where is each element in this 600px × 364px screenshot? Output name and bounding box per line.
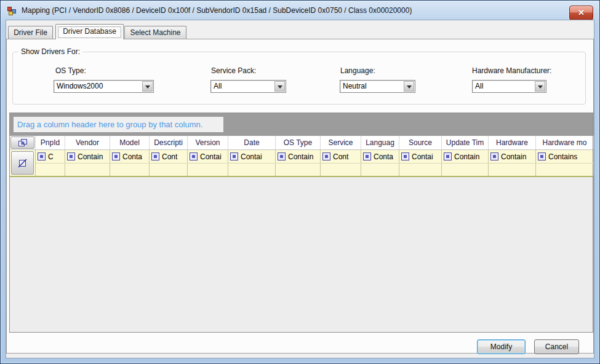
- os-type-label: OS Type:: [55, 66, 154, 76]
- column-header-version[interactable]: Version: [188, 136, 228, 149]
- empty-cell-descripti: [150, 164, 188, 176]
- filter-cell-hardware-mo[interactable]: Contains: [536, 150, 594, 163]
- column-header-pnpid[interactable]: PnpId: [36, 136, 65, 149]
- service-pack-combobox[interactable]: All: [210, 80, 286, 93]
- filter-condition-icon[interactable]: [401, 152, 409, 160]
- field-language: Language: Neutral: [340, 66, 415, 93]
- group-by-panel[interactable]: Drag a column header here to group by th…: [10, 113, 593, 136]
- language-value: Neutral: [343, 82, 367, 90]
- hardware-manufacturer-label: Hardware Manufacturer:: [472, 66, 551, 76]
- column-header-service[interactable]: Service: [321, 136, 361, 149]
- filter-value: Contain: [78, 152, 103, 161]
- close-button[interactable]: ✕: [569, 6, 593, 20]
- filter-condition-icon[interactable]: [230, 152, 238, 160]
- language-combobox[interactable]: Neutral: [340, 80, 415, 93]
- filter-condition-icon[interactable]: [190, 152, 198, 160]
- empty-cell-service: [321, 164, 361, 176]
- tab-label: Driver File: [14, 28, 47, 37]
- drivers-grid: Drag a column header here to group by th…: [9, 113, 593, 333]
- window-title: Mapping (PCI / VendorID 0x8086 / DeviceI…: [22, 6, 412, 15]
- filter-cell-hardware[interactable]: Contain: [489, 150, 536, 163]
- empty-cell-model: [110, 164, 150, 176]
- filter-value: Contains: [548, 152, 577, 161]
- filter-value: Cont: [162, 152, 177, 161]
- column-header-update-tim[interactable]: Update Tim: [442, 136, 489, 149]
- app-icon-red-square: [7, 7, 12, 11]
- empty-cell-os-type: [276, 164, 321, 176]
- filter-cell-model[interactable]: Conta: [110, 150, 150, 163]
- filter-cell-source[interactable]: Contai: [399, 150, 442, 163]
- empty-cell-pnpid: [36, 164, 65, 176]
- filter-cell-vendor[interactable]: Contain: [65, 150, 110, 163]
- column-header-hardware-mo[interactable]: Hardware mo: [536, 136, 594, 149]
- column-header-vendor[interactable]: Vendor: [65, 136, 110, 149]
- filter-value: Conta: [374, 152, 393, 161]
- filter-condition-icon[interactable]: [322, 152, 330, 160]
- filter-condition-icon[interactable]: [363, 152, 371, 160]
- column-header-os-type[interactable]: OS Type: [276, 136, 321, 149]
- filter-value: Cont: [333, 152, 348, 161]
- filter-condition-icon[interactable]: [151, 152, 159, 160]
- modify-button[interactable]: Modify: [477, 339, 526, 354]
- filter-condition-icon[interactable]: [112, 152, 120, 160]
- chevron-down-icon: [407, 85, 412, 91]
- dropdown-button[interactable]: [535, 81, 545, 92]
- cancel-button[interactable]: Cancel: [534, 339, 579, 354]
- chevron-down-icon: [145, 85, 150, 91]
- close-icon: ✕: [578, 8, 585, 17]
- grid-filter-row: CContainContaContContaiContaiContainCont…: [36, 150, 594, 164]
- empty-cell-hardware-mo: [536, 164, 594, 176]
- os-type-value: Windows2000: [57, 82, 103, 90]
- tab-select-machine[interactable]: Select Machine: [124, 26, 186, 39]
- language-label: Language:: [340, 66, 415, 76]
- filter-value: Contai: [412, 152, 433, 161]
- column-chooser-button[interactable]: [10, 136, 34, 149]
- empty-cell-date: [228, 164, 276, 176]
- filter-indicator-cell: [10, 150, 36, 176]
- grid-filter-block: CContainContaContContaiContaiContainCont…: [10, 150, 593, 177]
- filter-condition-icon[interactable]: [538, 152, 546, 160]
- filter-condition-icon[interactable]: [67, 152, 75, 160]
- filter-cell-descripti[interactable]: Cont: [150, 150, 188, 163]
- edit-filter-button[interactable]: [11, 151, 34, 175]
- filter-rows: CContainContaContContaiContaiContainCont…: [36, 150, 594, 176]
- filter-condition-icon[interactable]: [444, 152, 452, 160]
- grid-corner-cell: [10, 136, 36, 149]
- dropdown-button[interactable]: [274, 81, 285, 92]
- hardware-manufacturer-combobox[interactable]: All: [472, 80, 546, 93]
- filter-cell-update-tim[interactable]: Contain: [442, 150, 489, 163]
- filter-cell-languag[interactable]: Conta: [361, 150, 399, 163]
- column-header-hardware[interactable]: Hardware: [489, 136, 536, 149]
- column-header-source[interactable]: Source: [399, 136, 442, 149]
- column-header-descripti[interactable]: Descripti: [150, 136, 188, 149]
- column-header-languag[interactable]: Languag: [361, 136, 399, 149]
- dropdown-button[interactable]: [142, 81, 153, 92]
- column-header-model[interactable]: Model: [110, 136, 150, 149]
- grid-empty-row: [36, 164, 594, 176]
- groupbox-title: Show Drivers For:: [18, 47, 82, 56]
- filter-value: Contain: [288, 152, 313, 161]
- tab-page-driver-database: Show Drivers For: OS Type: Windows2000 S…: [6, 39, 594, 354]
- filter-condition-icon[interactable]: [490, 152, 498, 160]
- filter-value: Contai: [200, 152, 222, 161]
- filter-cell-pnpid[interactable]: C: [36, 150, 65, 163]
- app-icon-yellow-square: [9, 11, 13, 15]
- tab-driver-database[interactable]: Driver Database: [55, 24, 124, 39]
- filter-condition-icon[interactable]: [38, 152, 46, 160]
- tab-driver-file[interactable]: Driver File: [8, 26, 53, 39]
- os-type-combobox[interactable]: Windows2000: [54, 80, 154, 93]
- grid-header-row: PnpIdVendorModelDescriptiVersionDateOS T…: [10, 136, 593, 150]
- filter-condition-icon[interactable]: [278, 152, 286, 160]
- filter-cell-service[interactable]: Cont: [321, 150, 361, 163]
- filter-value: Contain: [454, 152, 479, 161]
- column-header-date[interactable]: Date: [228, 136, 276, 149]
- dropdown-button[interactable]: [404, 81, 414, 92]
- filter-cell-date[interactable]: Contai: [228, 150, 276, 163]
- hardware-manufacturer-value: All: [475, 82, 483, 90]
- dialog-window: Mapping (PCI / VendorID 0x8086 / DeviceI…: [0, 0, 600, 364]
- tab-label: Select Machine: [130, 28, 180, 37]
- filter-cell-version[interactable]: Contai: [188, 150, 228, 163]
- service-pack-value: All: [214, 82, 222, 90]
- filter-cell-os-type[interactable]: Contain: [276, 150, 321, 163]
- tab-label: Driver Database: [63, 27, 116, 36]
